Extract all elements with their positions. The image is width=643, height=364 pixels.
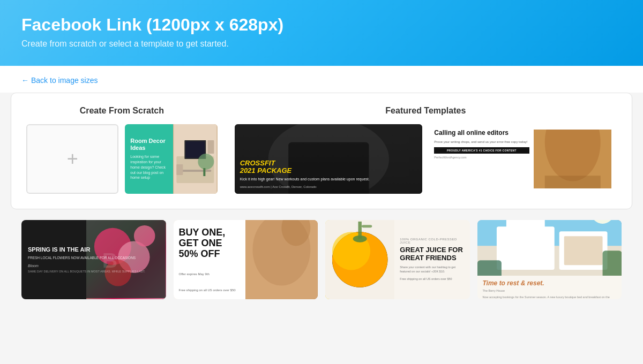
svg-rect-6 — [203, 168, 205, 176]
juice-title: GREAT JUICE FOR GREAT FRIENDS — [400, 246, 464, 262]
rest-photo-top — [477, 220, 622, 276]
svg-rect-34 — [506, 220, 544, 251]
arrow-icon: ← — [21, 76, 29, 85]
spring-template[interactable]: B SPRING IS IN THE AIR FRESH LOCAL FLOWE… — [21, 220, 166, 299]
editors-template[interactable]: Calling all online editors Prove your wr… — [429, 124, 617, 194]
scratch-grid: + Room Decor Ideas Looking for some insp… — [26, 124, 218, 194]
bogo-template[interactable]: BUY ONE, GET ONE 50% OFF Offer expires M… — [174, 220, 318, 299]
spring-name: Bloom — [28, 264, 160, 268]
bottom-templates-row: B SPRING IS IN THE AIR FRESH LOCAL FLOWE… — [11, 220, 632, 299]
rest-text-bottom: Time to rest & reset. The Berry House No… — [477, 276, 622, 299]
back-link-label: Back to image sizes — [31, 76, 98, 85]
crossfit-sub: Kick it into high gear! New workouts and… — [240, 177, 417, 182]
svg-rect-39 — [602, 251, 622, 275]
rest-template[interactable]: Time to rest & reset. The Berry House No… — [477, 220, 622, 299]
room-decor-body: Looking for some inspiration for your ho… — [130, 154, 168, 180]
svg-rect-7 — [176, 164, 183, 175]
bogo-extra: Free shipping on all US orders over $50 — [179, 289, 241, 292]
featured-templates-section: Featured Templates CROSSFIT2021 PACKAGE … — [235, 106, 617, 194]
rest-body: Now accepting bookings for the Summer se… — [483, 295, 617, 299]
juice-extra: Free shipping on all US orders over $50 — [400, 277, 464, 281]
featured-card: Create From Scratch + Room Decor Ideas L… — [11, 93, 632, 209]
bogo-sub: Offer expires May 9th — [179, 272, 241, 276]
spring-text-overlay: SPRING IS IN THE AIR FRESH LOCAL FLOWERS… — [28, 246, 160, 273]
svg-rect-38 — [477, 260, 502, 275]
page-title: Facebook Link (1200px x 628px) — [21, 15, 622, 35]
editors-url: PerfectWordAgency.com — [434, 156, 529, 159]
rest-headline: Time to rest & reset. — [483, 280, 617, 287]
featured-grid: CROSSFIT2021 PACKAGE Kick it into high g… — [235, 124, 617, 194]
spring-extra: SAME DAY DELIVERY ON ALL BOUQUETS IN MOS… — [28, 270, 160, 273]
editors-body: Prove your writing chops, and send us yo… — [434, 140, 529, 144]
editors-title: Calling all online editors — [434, 130, 529, 137]
juice-template[interactable]: 100% organic cold-pressed juice GREAT JU… — [325, 220, 470, 299]
page-header: Facebook Link (1200px x 628px) Create fr… — [0, 0, 643, 66]
bogo-title: BUY ONE, GET ONE 50% OFF — [179, 228, 241, 259]
plus-icon: + — [67, 149, 78, 169]
crossfit-template[interactable]: CROSSFIT2021 PACKAGE Kick it into high g… — [235, 124, 423, 194]
svg-point-19 — [134, 225, 155, 247]
blank-canvas-button[interactable]: + — [26, 124, 118, 194]
bogo-text-side: BUY ONE, GET ONE 50% OFF Offer expires M… — [174, 220, 246, 299]
featured-sections: Create From Scratch + Room Decor Ideas L… — [26, 106, 617, 194]
svg-point-5 — [198, 154, 214, 170]
editors-badge: PROUDLY AMERICA'S #1 CHOICE FOR CONTENT — [434, 147, 529, 154]
svg-rect-8 — [207, 140, 214, 154]
crossfit-title: CROSSFIT2021 PACKAGE — [240, 160, 417, 175]
svg-rect-36 — [564, 236, 602, 265]
editors-text-side: Calling all online editors Prove your wr… — [434, 130, 529, 188]
spring-sub: FRESH LOCAL FLOWERS NOW AVAILABLE FOR AL… — [28, 256, 160, 260]
juice-photo-side — [325, 220, 394, 299]
rest-location: The Berry House — [483, 289, 617, 293]
back-to-image-sizes-link[interactable]: ← Back to image sizes — [21, 76, 98, 85]
juice-body: Share your content with our hashtag to g… — [400, 265, 464, 274]
create-from-scratch-section: Create From Scratch + Room Decor Ideas L… — [26, 106, 218, 194]
juice-text-side: 100% organic cold-pressed juice GREAT JU… — [394, 220, 469, 299]
room-decor-template[interactable]: Room Decor Ideas Looking for some inspir… — [125, 124, 217, 194]
back-link-container: ← Back to image sizes — [0, 66, 643, 93]
svg-rect-14 — [544, 176, 600, 188]
svg-rect-30 — [362, 225, 372, 228]
page-subtitle: Create from scratch or select a template… — [21, 39, 622, 49]
juice-label: 100% organic cold-pressed juice — [400, 238, 464, 244]
room-decor-green-panel: Room Decor Ideas Looking for some inspir… — [125, 124, 173, 194]
crossfit-footer: www.acecrossfit.com | Ace Crossfit, Denv… — [240, 185, 417, 188]
main-content: Create From Scratch + Room Decor Ideas L… — [0, 93, 643, 310]
svg-rect-29 — [358, 222, 361, 239]
scratch-section-title: Create From Scratch — [26, 106, 218, 116]
spring-title: SPRING IS IN THE AIR — [28, 246, 160, 253]
svg-rect-4 — [179, 170, 211, 172]
editors-photo — [534, 130, 611, 188]
bogo-photo — [245, 220, 318, 299]
room-decor-photo — [173, 124, 218, 194]
featured-section-title: Featured Templates — [235, 106, 617, 116]
room-decor-title: Room Decor Ideas — [130, 138, 168, 151]
